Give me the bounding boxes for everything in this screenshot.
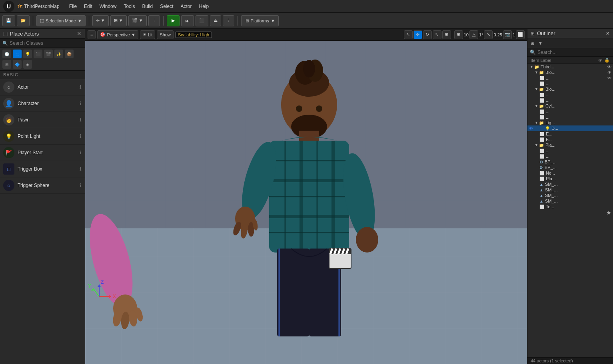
actor-info-actor[interactable]: ℹ — [80, 84, 82, 90]
camera-button[interactable]: 📷 — [503, 30, 512, 39]
out-item-21[interactable]: ▲ SM_... — [527, 181, 613, 187]
out-item-5[interactable]: ⬜ ... — [527, 92, 613, 97]
snap-button[interactable]: ⊞ ▼ — [110, 15, 127, 26]
actor-info-player-start[interactable]: ℹ — [80, 150, 82, 155]
actor-info-character[interactable]: ℹ — [80, 101, 82, 106]
category-all[interactable]: ⊞ — [2, 60, 11, 69]
out-item-1[interactable]: ▼ 📁 Blo... 👁 — [527, 70, 613, 75]
out-item-18[interactable]: ⚙ BP_... — [527, 165, 613, 170]
out-item-4[interactable]: ▼ 📁 Blo... — [527, 86, 613, 92]
transform-toggle[interactable]: ⊞ — [442, 30, 451, 39]
category-recent[interactable]: 🕐 — [2, 50, 11, 58]
perspective-button[interactable]: 🎯 Perspective ▼ — [97, 30, 138, 39]
actor-info-trigger-box[interactable]: ℹ — [80, 166, 82, 172]
out-item-8[interactable]: ⬜ ... — [527, 109, 613, 114]
eye-icon-2[interactable]: 👁 — [607, 76, 611, 80]
select-tool[interactable]: ↖ — [404, 30, 413, 39]
grid-snap-button[interactable]: ⊞ — [454, 30, 463, 39]
actor-item-character[interactable]: 👤 Character ℹ — [0, 95, 85, 112]
out-item-20[interactable]: ⬜ Pla... — [527, 176, 613, 181]
menu-actor[interactable]: Actor — [178, 3, 195, 10]
actor-info-point-light[interactable]: ℹ — [80, 133, 82, 139]
platforms-button[interactable]: 🖥 Platforms ▼ — [241, 15, 279, 26]
out-item-6[interactable]: ⬜ ... — [527, 97, 613, 103]
actor-info-trigger-sphere[interactable]: ℹ — [80, 183, 82, 188]
search-input[interactable] — [10, 40, 82, 46]
save-button[interactable]: 💾 — [2, 15, 15, 26]
stop-button[interactable]: ⬛ — [196, 15, 208, 26]
actor-item-point-light[interactable]: 💡 Point Light ℹ — [0, 128, 85, 145]
viewport-menu-button[interactable]: ≡ — [88, 30, 96, 39]
out-item-11[interactable]: 👁 💡 D... — [527, 125, 613, 131]
outliner-settings-button[interactable]: ▼ — [537, 39, 544, 47]
out-item-12[interactable]: ⬜ E... — [527, 131, 613, 137]
actor-item-pawn[interactable]: 🧑 Pawn ℹ — [0, 112, 85, 128]
out-item-17[interactable]: ⚙ BP_... — [527, 159, 613, 165]
misc-button[interactable]: ⋮ — [148, 15, 160, 26]
map-icon: 🗺 — [18, 4, 22, 9]
out-item-15[interactable]: ⬜ ... — [527, 148, 613, 153]
move-tool[interactable]: ✛ — [413, 30, 422, 39]
menu-file[interactable]: File — [66, 3, 80, 10]
actor-info-pawn[interactable]: ℹ — [80, 117, 82, 123]
outliner-filter-button[interactable]: ⊞ — [529, 39, 536, 47]
menu-select[interactable]: Select — [157, 3, 176, 10]
actor-item-trigger-sphere[interactable]: ○ Trigger Sphere ℹ — [0, 177, 85, 194]
actor-item-player-start[interactable]: 🚩 Player Start ℹ — [0, 145, 85, 161]
actor-item-trigger-box[interactable]: □ Trigger Box ℹ — [0, 161, 85, 177]
eye-icon-1[interactable]: 👁 — [607, 70, 611, 75]
out-item-9[interactable]: ⬜ ... — [527, 114, 613, 120]
out-item-10[interactable]: ▼ 📁 Lig... — [527, 120, 613, 125]
menu-edit[interactable]: Edit — [81, 3, 96, 10]
scale-snap-button[interactable]: ⤡ — [484, 30, 493, 39]
item-icon-19: ⬜ — [539, 171, 544, 175]
rotate-tool[interactable]: ↻ — [423, 30, 432, 39]
out-item-23[interactable]: ▲ SM_... — [527, 193, 613, 198]
category-volumes[interactable]: 📦 — [65, 50, 74, 58]
menu-help[interactable]: Help — [196, 3, 212, 10]
play-button[interactable]: ▶ — [167, 15, 180, 26]
out-item-14[interactable]: ▼ 📁 Pla... — [527, 142, 613, 148]
show-button[interactable]: Show — [157, 30, 174, 39]
content-browser-button[interactable]: 📂 — [17, 15, 30, 26]
outliner-search-input[interactable] — [537, 50, 611, 55]
category-lights[interactable]: 💡 — [23, 50, 32, 58]
out-item-24[interactable]: ▲ SM_... — [527, 198, 613, 204]
menu-window[interactable]: Window — [96, 3, 120, 10]
add-actor-button[interactable]: ✛ ▼ — [92, 15, 109, 26]
lit-button[interactable]: ☀ Lit — [140, 30, 156, 39]
category-shapes[interactable]: ⬛ — [34, 50, 42, 58]
menu-tools[interactable]: Tools — [120, 3, 138, 10]
star-indicator: ★ — [606, 209, 611, 216]
advanced-settings-button[interactable]: ⋮ — [223, 15, 234, 26]
out-item-0[interactable]: ▼ 📁 Third... 👁 — [527, 64, 613, 70]
out-item-16[interactable]: ⬜ ... — [527, 153, 613, 159]
category-cinematic[interactable]: 🎬 — [44, 50, 53, 58]
viewport-scene[interactable]: X Y Z — [85, 41, 527, 364]
out-item-2[interactable]: ⬜ ... 👁 — [527, 75, 613, 81]
viewport-area[interactable]: ≡ 🎯 Perspective ▼ ☀ Lit Show Scalability… — [85, 29, 527, 364]
out-item-3[interactable]: ⬜ ... — [527, 81, 613, 86]
angle-snap-button[interactable]: △ — [469, 30, 478, 39]
pause-button[interactable]: ⏭ — [181, 15, 194, 26]
out-item-25[interactable]: ⬜ Te... — [527, 204, 613, 209]
selection-mode-button[interactable]: ⬚ Selection Mode ▼ — [36, 15, 86, 26]
eject-button[interactable]: ⏏ — [210, 15, 221, 26]
menu-build[interactable]: Build — [139, 3, 156, 10]
eye-icon-0[interactable]: 👁 — [607, 65, 611, 69]
out-item-22[interactable]: ▲ SM_... — [527, 187, 613, 193]
out-item-13[interactable]: ⬜ F... — [527, 137, 613, 142]
outliner-close-button[interactable]: ✕ — [606, 31, 610, 36]
out-item-7[interactable]: ▼ 📁 Cyl... — [527, 103, 613, 109]
out-item-19[interactable]: ⬜ Ne... — [527, 170, 613, 176]
camera-speed-button[interactable]: 🎬 ▼ — [128, 15, 147, 26]
actor-item-actor[interactable]: ○ Actor ℹ — [0, 79, 85, 95]
mesh-icon-3: ⬜ — [539, 82, 544, 86]
category-extra2[interactable]: ◈ — [23, 60, 32, 69]
category-extra1[interactable]: 🔷 — [13, 60, 22, 69]
panel-close-button[interactable]: ✕ — [77, 30, 82, 37]
category-visual[interactable]: ✨ — [54, 50, 63, 58]
scale-tool[interactable]: ⤡ — [433, 30, 441, 39]
category-basic[interactable]: ⬚ — [13, 50, 22, 58]
maximize-viewport[interactable]: ⬜ — [516, 30, 525, 39]
